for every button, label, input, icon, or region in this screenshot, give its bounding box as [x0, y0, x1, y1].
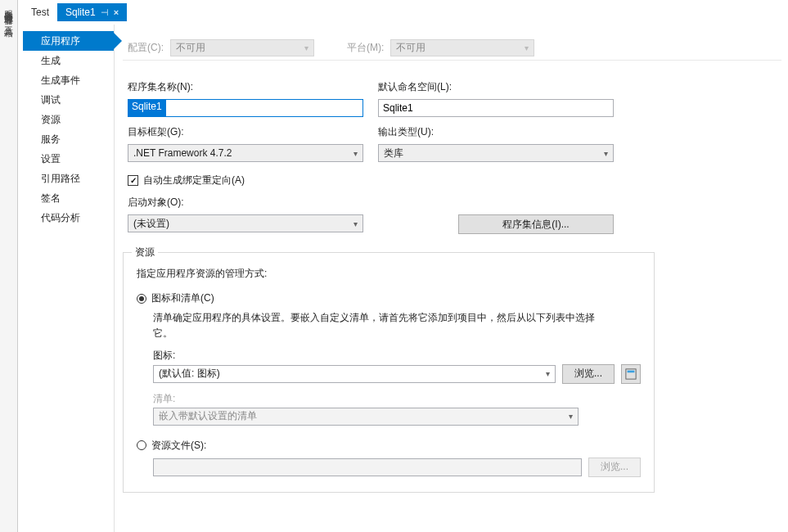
- pin-icon[interactable]: ⊣: [101, 3, 109, 21]
- icon-manifest-radio[interactable]: [137, 294, 146, 304]
- close-icon[interactable]: ×: [114, 3, 119, 21]
- target-framework-select[interactable]: .NET Framework 4.7.2▾: [128, 144, 363, 162]
- icon-preview: [621, 364, 641, 384]
- resources-hint: 指定应用程序资源的管理方式:: [137, 266, 641, 282]
- target-framework-label: 目标框架(G):: [128, 125, 363, 139]
- nav-signing[interactable]: 签名: [23, 188, 114, 208]
- chevron-down-icon: ▾: [353, 149, 358, 158]
- tab-sqlite1[interactable]: Sqlite1 ⊣ ×: [57, 3, 127, 21]
- tab-test[interactable]: Test: [23, 3, 57, 21]
- page-nav: 应用程序 生成 生成事件 调试 资源 服务 设置 引用路径 签名 代码分析: [23, 25, 115, 532]
- auto-binding-redirect-checkbox[interactable]: [128, 175, 138, 186]
- chevron-down-icon: ▾: [569, 412, 573, 421]
- document-tabs: Test Sqlite1 ⊣ ×: [23, 3, 788, 21]
- resources-group: 资源 指定应用程序资源的管理方式: 图标和清单(C) 清单确定应用程序的具体设置…: [123, 252, 655, 493]
- nav-code-analysis[interactable]: 代码分析: [23, 208, 114, 228]
- manifest-label: 清单:: [153, 392, 641, 406]
- assembly-name-input[interactable]: Sqlite1: [128, 99, 363, 117]
- browse-resource-button: 浏览...: [588, 458, 641, 477]
- config-platform-row: 配置(C): 不可用▾ 平台(M): 不可用▾: [123, 36, 781, 61]
- default-namespace-label: 默认命名空间(L):: [378, 80, 614, 94]
- resource-file-radio-label: 资源文件(S):: [151, 439, 206, 453]
- sidebar-toolbox[interactable]: 工具箱: [0, 16, 17, 25]
- nav-debug[interactable]: 调试: [23, 90, 114, 110]
- chevron-down-icon: ▾: [304, 43, 308, 52]
- browse-icon-button[interactable]: 浏览...: [562, 364, 615, 384]
- chevron-down-icon: ▾: [546, 369, 550, 378]
- nav-services[interactable]: 服务: [23, 129, 114, 149]
- icon-select[interactable]: (默认值: 图标)▾: [153, 365, 556, 383]
- icon-label: 图标:: [153, 349, 641, 363]
- auto-binding-redirect-label: 自动生成绑定重定向(A): [143, 174, 245, 187]
- assembly-name-label: 程序集名称(N):: [128, 80, 363, 94]
- platform-select: 不可用▾: [390, 39, 534, 56]
- chevron-down-icon: ▾: [353, 219, 358, 228]
- startup-object-label: 启动对象(O):: [128, 196, 614, 210]
- chevron-down-icon: ▾: [604, 149, 608, 158]
- manifest-select: 嵌入带默认设置的清单▾: [153, 408, 579, 426]
- nav-build[interactable]: 生成: [23, 51, 114, 70]
- nav-resources[interactable]: 资源: [23, 110, 114, 129]
- svg-rect-1: [628, 370, 635, 372]
- output-type-label: 输出类型(U):: [378, 125, 614, 139]
- assembly-info-button[interactable]: 程序集信息(I)...: [458, 214, 614, 234]
- resource-file-radio[interactable]: [137, 440, 146, 450]
- nav-settings[interactable]: 设置: [23, 149, 114, 169]
- app-icon: [625, 368, 637, 380]
- default-namespace-input[interactable]: [378, 99, 614, 117]
- resource-file-input: [153, 458, 582, 476]
- sidebar-server-explorer[interactable]: 服务器资源管理器: [0, 0, 17, 13]
- nav-ref-paths[interactable]: 引用路径: [23, 169, 114, 188]
- config-label: 配置(C):: [128, 41, 164, 55]
- nav-build-events[interactable]: 生成事件: [23, 70, 114, 90]
- config-select: 不可用▾: [170, 39, 314, 56]
- output-type-select[interactable]: 类库▾: [378, 144, 614, 162]
- icon-manifest-radio-label: 图标和清单(C): [151, 291, 214, 305]
- resources-legend: 资源: [132, 246, 158, 259]
- nav-application[interactable]: 应用程序: [23, 31, 114, 51]
- startup-object-select[interactable]: (未设置)▾: [128, 214, 363, 232]
- platform-label: 平台(M):: [347, 41, 384, 55]
- chevron-down-icon: ▾: [525, 43, 529, 52]
- manifest-hint: 清单确定应用程序的具体设置。要嵌入自定义清单，请首先将它添加到项目中，然后从以下…: [153, 310, 611, 341]
